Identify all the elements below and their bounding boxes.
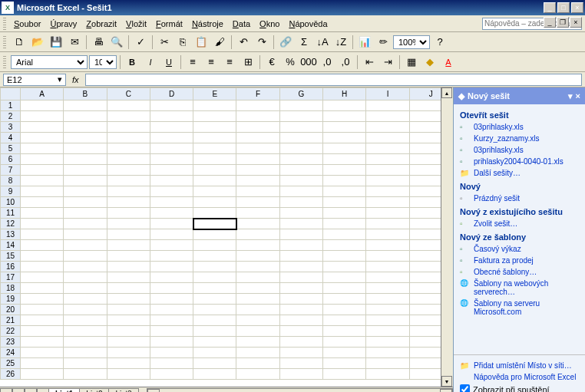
- cell-D23[interactable]: [150, 337, 193, 348]
- cell-F2[interactable]: [236, 111, 279, 122]
- cell-E16[interactable]: [193, 262, 236, 272]
- cell-D12[interactable]: [150, 219, 193, 229]
- cell-C20[interactable]: [107, 305, 150, 315]
- cell-I14[interactable]: [366, 240, 409, 251]
- cell-C25[interactable]: [107, 358, 150, 369]
- row-header-15[interactable]: 15: [1, 251, 21, 262]
- startup-checkbox-input[interactable]: [460, 384, 470, 392]
- help-icon[interactable]: ?: [431, 34, 448, 51]
- cell-I6[interactable]: [366, 154, 409, 165]
- menu-okno[interactable]: Okno: [255, 18, 284, 30]
- row-header-22[interactable]: 22: [1, 326, 21, 337]
- cell-A15[interactable]: [21, 251, 64, 262]
- cell-C9[interactable]: [107, 186, 150, 197]
- cell-H23[interactable]: [323, 337, 366, 348]
- cell-C18[interactable]: [107, 283, 150, 294]
- cell-H11[interactable]: [323, 208, 366, 219]
- cell-B19[interactable]: [64, 294, 107, 305]
- cell-D6[interactable]: [150, 154, 193, 165]
- scroll-up-icon[interactable]: ▲: [441, 87, 452, 98]
- row-header-5[interactable]: 5: [1, 143, 21, 154]
- cell-I18[interactable]: [366, 283, 409, 294]
- template-link[interactable]: Časový výkaz: [460, 243, 579, 255]
- cell-E17[interactable]: [193, 272, 236, 283]
- cell-B3[interactable]: [64, 122, 107, 133]
- cell-C16[interactable]: [107, 262, 150, 272]
- cell-B16[interactable]: [64, 262, 107, 272]
- cell-H25[interactable]: [323, 358, 366, 369]
- menu-úpravy[interactable]: Úpravy: [45, 18, 81, 30]
- cell-A5[interactable]: [21, 143, 64, 154]
- show-on-startup-checkbox[interactable]: Zobrazit při spuštění: [460, 383, 579, 392]
- fill-color-icon[interactable]: ◆: [421, 54, 438, 71]
- cell-A6[interactable]: [21, 154, 64, 165]
- cell-D17[interactable]: [150, 272, 193, 283]
- cell-B17[interactable]: [64, 272, 107, 283]
- cell-D18[interactable]: [150, 283, 193, 294]
- row-header-26[interactable]: 26: [1, 369, 21, 380]
- cell-E26[interactable]: [193, 369, 236, 380]
- column-header-D[interactable]: D: [150, 88, 193, 100]
- cell-I10[interactable]: [366, 197, 409, 208]
- format-painter-icon[interactable]: 🖌: [211, 34, 228, 51]
- cell-F21[interactable]: [236, 315, 279, 326]
- cell-H15[interactable]: [323, 251, 366, 262]
- recent-file-link[interactable]: prihlasky2004-0040-01.xls: [460, 156, 579, 167]
- cell-H13[interactable]: [323, 229, 366, 240]
- cell-I1[interactable]: [366, 100, 409, 111]
- cell-D7[interactable]: [150, 165, 193, 176]
- row-header-12[interactable]: 12: [1, 219, 21, 229]
- cell-G23[interactable]: [279, 337, 322, 348]
- row-header-4[interactable]: 4: [1, 133, 21, 143]
- cell-H6[interactable]: [323, 154, 366, 165]
- cell-D5[interactable]: [150, 143, 193, 154]
- cell-C1[interactable]: [107, 100, 150, 111]
- web-templates-link[interactable]: Šablony na webových serverech…: [460, 278, 579, 298]
- cell-G18[interactable]: [279, 283, 322, 294]
- cell-H20[interactable]: [323, 305, 366, 315]
- decrease-indent-icon[interactable]: ⇤: [361, 54, 378, 71]
- cell-E21[interactable]: [193, 315, 236, 326]
- cell-A9[interactable]: [21, 186, 64, 197]
- cell-A13[interactable]: [21, 229, 64, 240]
- column-header-I[interactable]: I: [366, 88, 409, 100]
- column-header-A[interactable]: A: [21, 88, 64, 100]
- cell-A19[interactable]: [21, 294, 64, 305]
- undo-icon[interactable]: ↶: [235, 34, 252, 51]
- zoom-combo[interactable]: 100%: [393, 35, 430, 49]
- cell-B7[interactable]: [64, 165, 107, 176]
- cell-B10[interactable]: [64, 197, 107, 208]
- cell-C10[interactable]: [107, 197, 150, 208]
- cell-G16[interactable]: [279, 262, 322, 272]
- cell-G17[interactable]: [279, 272, 322, 283]
- column-header-F[interactable]: F: [236, 88, 279, 100]
- row-header-21[interactable]: 21: [1, 315, 21, 326]
- cell-I9[interactable]: [366, 186, 409, 197]
- cell-G10[interactable]: [279, 197, 322, 208]
- blank-workbook-link[interactable]: Prázdný sešit: [460, 193, 579, 204]
- cell-G14[interactable]: [279, 240, 322, 251]
- sort-desc-icon[interactable]: ↓Z: [332, 34, 349, 51]
- cell-C3[interactable]: [107, 122, 150, 133]
- cell-E13[interactable]: [193, 229, 236, 240]
- cell-F8[interactable]: [236, 176, 279, 186]
- cell-C13[interactable]: [107, 229, 150, 240]
- cell-B26[interactable]: [64, 369, 107, 380]
- cell-F26[interactable]: [236, 369, 279, 380]
- row-header-20[interactable]: 20: [1, 305, 21, 315]
- column-header-G[interactable]: G: [279, 88, 322, 100]
- doc-close-button[interactable]: ×: [570, 17, 582, 28]
- menu-soubor[interactable]: Soubor: [9, 18, 45, 30]
- cell-E9[interactable]: [193, 186, 236, 197]
- tab-nav-first-icon[interactable]: ⏮: [0, 388, 12, 393]
- cell-C5[interactable]: [107, 143, 150, 154]
- column-header-H[interactable]: H: [323, 88, 366, 100]
- template-link[interactable]: Faktura za prodej: [460, 255, 579, 266]
- cell-B20[interactable]: [64, 305, 107, 315]
- paste-icon[interactable]: 📋: [193, 34, 210, 51]
- align-right-icon[interactable]: ≡: [221, 54, 238, 71]
- cell-C22[interactable]: [107, 326, 150, 337]
- menu-vložit[interactable]: Vložit: [121, 18, 151, 30]
- font-color-icon[interactable]: A: [440, 54, 457, 71]
- cell-H26[interactable]: [323, 369, 366, 380]
